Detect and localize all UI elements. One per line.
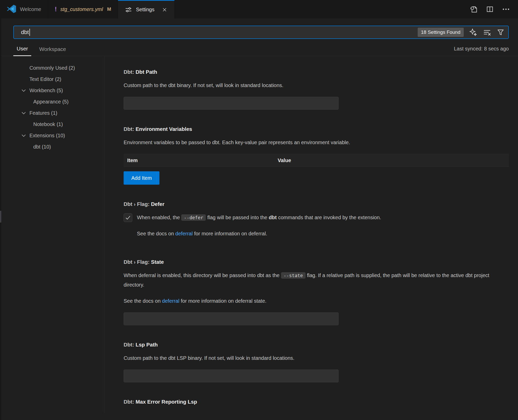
settings-scope-row: User Workspace Last synced: 8 secs ago xyxy=(0,46,518,56)
desc-text: flag will be passed into the xyxy=(206,215,269,220)
left-sash-handle[interactable] xyxy=(0,211,1,223)
setting-title: Dbt › Flag: Defer xyxy=(124,201,509,207)
settings-body: Commonly Used (2)Text Editor (2)Workbenc… xyxy=(0,56,518,413)
desc-text: Custom path to the dbt binary. If not se… xyxy=(124,82,283,88)
setting-title: Dbt › Flag: State xyxy=(124,259,509,265)
toc-item-commonly-used[interactable]: Commonly Used (2) xyxy=(0,62,104,74)
toc-item-label: Appearance (5) xyxy=(33,99,69,104)
settings-search-row: dbt 18 Settings Found xyxy=(0,18,518,39)
setting-name: Dbt Path xyxy=(136,69,157,75)
setting-description: Custom path to the dbt binary. If not se… xyxy=(124,81,509,90)
toc-item-appearance[interactable]: Appearance (5) xyxy=(0,96,104,107)
settings-search-input[interactable]: dbt 18 Settings Found xyxy=(13,26,509,39)
setting-category: Dbt: xyxy=(124,399,136,405)
filter-icon[interactable] xyxy=(497,28,505,36)
setting-name: Max Error Reporting Lsp xyxy=(136,399,197,405)
toc-item-text-editor[interactable]: Text Editor (2) xyxy=(0,74,104,85)
setting-name: Lsp Path xyxy=(136,342,158,348)
desc-text: See the docs on xyxy=(124,298,162,304)
settings-sliders-icon xyxy=(125,6,132,14)
toc-item-label: Extensions (10) xyxy=(29,133,65,138)
tab-settings[interactable]: Settings xyxy=(118,0,175,18)
setting-lsp-path: Dbt: Lsp PathCustom path to the dbt LSP … xyxy=(124,342,509,382)
ai-search-icon[interactable] xyxy=(469,28,478,37)
toc-item-extensions[interactable]: Extensions (10) xyxy=(0,130,104,141)
editor-tab-bar: Welcome ! stg_customers.yml M Settings xyxy=(0,0,518,18)
toc-item-label: Features (1) xyxy=(29,110,57,116)
env-variables-table: ItemValue xyxy=(124,154,509,167)
setting-title: Dbt: Dbt Path xyxy=(124,69,509,75)
open-settings-json-icon[interactable] xyxy=(469,5,478,14)
desc-text: Custom path to the dbt LSP binary. If no… xyxy=(124,355,294,361)
last-synced-label: Last synced: 8 secs ago xyxy=(454,46,509,56)
deferral-link[interactable]: deferral xyxy=(162,298,179,304)
desc-text: for more information on deferral state. xyxy=(179,298,266,304)
toc-item-notebook[interactable]: Notebook (1) xyxy=(0,119,104,130)
add-item-button[interactable]: Add Item xyxy=(124,171,159,185)
code-chip: --state xyxy=(281,272,306,279)
toc-item-label: Workbench (5) xyxy=(29,88,63,93)
clear-search-icon[interactable] xyxy=(483,28,491,37)
tab-stg-customers[interactable]: ! stg_customers.yml M xyxy=(48,0,118,18)
search-query-text: dbt xyxy=(21,29,29,36)
toc-item-label: Commonly Used (2) xyxy=(29,65,75,71)
setting-title: Dbt: Environment Variables xyxy=(124,126,509,132)
split-editor-icon[interactable] xyxy=(486,5,494,13)
toc-item-features[interactable]: Features (1) xyxy=(0,107,104,119)
scope-tab-user[interactable]: User xyxy=(13,46,31,56)
desc-text: See the docs on xyxy=(137,231,175,236)
desc-text: for more information on deferral. xyxy=(193,231,267,236)
lsp-path-input[interactable] xyxy=(124,370,339,382)
setting-flag-state: Dbt › Flag: StateWhen deferral is enable… xyxy=(124,259,509,325)
setting-category: Dbt › Flag: xyxy=(124,259,151,265)
table-header-row: ItemValue xyxy=(124,154,509,167)
more-actions-icon[interactable] xyxy=(502,5,510,14)
setting-description: Controls the maximum number of errors af… xyxy=(124,411,509,413)
setting-category: Dbt › Flag: xyxy=(124,201,151,207)
scope-tab-workspace[interactable]: Workspace xyxy=(36,46,69,56)
modified-badge: M xyxy=(107,6,111,12)
settings-list: Dbt: Dbt PathCustom path to the dbt bina… xyxy=(104,56,518,413)
toc-item-label: dbt (10) xyxy=(33,144,51,150)
deferral-link[interactable]: deferral xyxy=(175,231,193,236)
setting-category: Dbt: xyxy=(124,342,136,348)
text-caret xyxy=(29,29,30,36)
results-count-badge: 18 Settings Found xyxy=(418,28,464,37)
chevron-down-icon xyxy=(21,89,26,92)
setting-checkbox[interactable] xyxy=(124,213,132,222)
setting-name: Defer xyxy=(151,201,164,207)
desc-text: Environment variables to be passed to db… xyxy=(124,140,350,145)
toc-item-dbt[interactable]: dbt (10) xyxy=(0,141,104,152)
setting-description: Custom path to the dbt LSP binary. If no… xyxy=(124,353,509,363)
flag-state-input[interactable] xyxy=(124,312,339,325)
tab-label: Welcome xyxy=(20,6,41,12)
tab-label: stg_customers.yml xyxy=(60,6,103,12)
bold-text: dbt xyxy=(269,215,277,220)
column-header-value: Value xyxy=(278,158,291,163)
setting-description: When deferral is enabled, this directory… xyxy=(124,271,509,290)
editor-actions xyxy=(469,0,518,18)
setting-name: State xyxy=(151,259,164,265)
chevron-down-icon xyxy=(21,134,26,137)
toc-item-label: Notebook (1) xyxy=(33,121,63,127)
vscode-logo-icon xyxy=(7,4,16,14)
setting-description: Environment variables to be passed to db… xyxy=(124,138,509,147)
tab-welcome[interactable]: Welcome xyxy=(0,0,48,18)
desc-text: commands that are invoked by the extensi… xyxy=(277,215,381,220)
close-icon[interactable] xyxy=(161,7,168,13)
chevron-down-icon xyxy=(21,112,26,114)
desc-text: When enabled, the xyxy=(137,215,181,220)
dbt-path-input[interactable] xyxy=(124,97,339,110)
setting-description-extra: See the docs on deferral for more inform… xyxy=(124,296,509,306)
setting-name: Environment Variables xyxy=(136,126,192,132)
setting-environment-variables: Dbt: Environment VariablesEnvironment va… xyxy=(124,126,509,185)
vscode-window: Welcome ! stg_customers.yml M Settings xyxy=(0,0,518,420)
checkbox-setting-row: When enabled, the --defer flag will be p… xyxy=(124,213,509,229)
toc-item-workbench[interactable]: Workbench (5) xyxy=(0,85,104,96)
tab-label: Settings xyxy=(136,7,154,13)
left-sash[interactable] xyxy=(0,18,1,420)
setting-description-extra: See the docs on deferral for more inform… xyxy=(124,229,509,238)
setting-flag-defer: Dbt › Flag: DeferWhen enabled, the --def… xyxy=(124,201,509,238)
code-chip: --defer xyxy=(181,214,206,221)
column-header-item: Item xyxy=(124,158,278,163)
